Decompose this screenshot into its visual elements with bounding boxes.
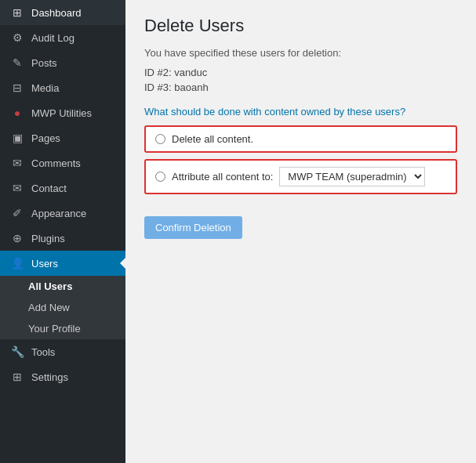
appearance-icon: ✐ [9, 207, 25, 219]
sidebar-item-audit-log[interactable]: ⚙ Audit Log [0, 25, 125, 50]
sidebar-label-contact: Contact [31, 183, 67, 194]
page-title: Delete Users [144, 16, 457, 36]
sidebar-label-plugins: Plugins [31, 233, 65, 244]
sidebar-label-comments: Comments [31, 157, 81, 169]
submenu-add-new[interactable]: Add New [0, 297, 125, 318]
sidebar-item-pages[interactable]: ▣ Pages [0, 125, 125, 150]
media-icon: ⊟ [9, 81, 25, 94]
sidebar-item-contact[interactable]: ✉ Contact [0, 175, 125, 201]
mwp-icon: ● [9, 107, 25, 119]
user-id-1: ID #2: vanduc [144, 67, 457, 78]
users-submenu: All Users Add New Your Profile [0, 276, 125, 339]
sidebar-label-dashboard: Dashboard [31, 7, 82, 19]
tools-icon: 🔧 [9, 345, 25, 358]
plugins-icon: ⊕ [9, 232, 25, 244]
user-id-2: ID #3: baoanh [144, 81, 457, 93]
submenu-your-profile[interactable]: Your Profile [0, 318, 125, 339]
comments-icon: ✉ [9, 157, 25, 169]
sidebar-item-dashboard[interactable]: ⊞ Dashboard [0, 0, 125, 25]
attribute-row: Attribute all content to: MWP TEAM (supe… [172, 167, 425, 186]
attribute-option-box: Attribute all content to: MWP TEAM (supe… [144, 159, 457, 194]
pages-icon: ▣ [9, 132, 25, 144]
sidebar-label-users: Users [31, 258, 58, 269]
confirm-deletion-button[interactable]: Confirm Deletion [144, 216, 242, 239]
sidebar-item-comments[interactable]: ✉ Comments [0, 150, 125, 175]
sidebar-label-appearance: Appearance [31, 208, 86, 219]
delete-content-label[interactable]: Delete all content. [172, 133, 253, 145]
sidebar-item-users[interactable]: 👤 Users [0, 251, 125, 276]
sidebar-item-media[interactable]: ⊟ Media [0, 75, 125, 100]
sidebar: ⊞ Dashboard ⚙ Audit Log ✎ Posts ⊟ Media … [0, 0, 125, 463]
attribute-content-label[interactable]: Attribute all content to: [172, 171, 273, 183]
sidebar-item-tools[interactable]: 🔧 Tools [0, 339, 125, 364]
sidebar-label-posts: Posts [31, 57, 57, 69]
sidebar-item-mwp-utilities[interactable]: ● MWP Utilities [0, 100, 125, 125]
sidebar-label-tools: Tools [31, 346, 55, 358]
audit-log-icon: ⚙ [9, 31, 25, 44]
posts-icon: ✎ [9, 56, 25, 69]
sidebar-label-media: Media [31, 82, 59, 94]
dashboard-icon: ⊞ [9, 6, 25, 19]
description-text: You have specified these users for delet… [144, 47, 457, 59]
submenu-all-users[interactable]: All Users [0, 276, 125, 297]
sidebar-label-settings: Settings [31, 371, 68, 383]
sidebar-label-audit-log: Audit Log [31, 32, 74, 44]
contact-icon: ✉ [9, 182, 25, 194]
sidebar-item-settings[interactable]: ⊞ Settings [0, 364, 125, 389]
sidebar-label-mwp: MWP Utilities [31, 107, 92, 119]
sidebar-item-appearance[interactable]: ✐ Appearance [0, 201, 125, 226]
users-icon: 👤 [9, 257, 25, 269]
sidebar-item-plugins[interactable]: ⊕ Plugins [0, 226, 125, 251]
attribute-select[interactable]: MWP TEAM (superadmin) [279, 167, 425, 186]
question-text: What should be done with content owned b… [144, 106, 457, 118]
sidebar-item-posts[interactable]: ✎ Posts [0, 50, 125, 75]
delete-option-box: Delete all content. [144, 125, 457, 153]
main-content: Delete Users You have specified these us… [125, 0, 476, 463]
settings-icon: ⊞ [9, 371, 25, 383]
sidebar-label-pages: Pages [31, 132, 60, 144]
delete-content-radio[interactable] [155, 134, 165, 144]
attribute-content-radio[interactable] [155, 172, 165, 182]
